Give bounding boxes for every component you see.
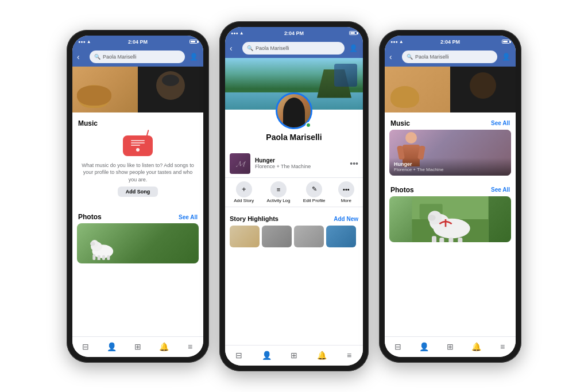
highlights-row <box>230 226 358 247</box>
search-icon-left: 🔍 <box>94 54 100 60</box>
cover-col-1 <box>72 67 138 112</box>
photo-preview-left <box>77 223 199 263</box>
music-see-all-right[interactable]: See All <box>491 120 510 126</box>
avatar-figure <box>283 98 305 127</box>
tab-profile-right[interactable]: 👤 <box>411 337 438 357</box>
search-bar-center[interactable]: 🔍 Paola Mariselli <box>242 42 345 55</box>
highlight-thumb-3[interactable] <box>294 226 324 247</box>
right-phone: ●●● ▲ 2:04 PM ‹ 🔍 Paola Mariselli 👤 <box>379 30 521 363</box>
edit-profile-button[interactable]: ✎ Edit Profile <box>303 181 326 204</box>
photo-preview-right <box>389 196 511 242</box>
edit-profile-icon: ✎ <box>306 181 322 197</box>
profile-section-center: Paola Mariselli <box>225 110 363 150</box>
tab-store-right[interactable]: ⊞ <box>437 337 463 357</box>
status-time-right: 2:04 PM <box>430 39 470 45</box>
add-story-label: Add Story <box>234 199 254 204</box>
activity-log-label: Activity Log <box>267 199 291 204</box>
search-bar-left[interactable]: 🔍 Paola Mariselli <box>90 51 185 63</box>
tab-menu-center[interactable]: ≡ <box>335 346 363 366</box>
status-left-center: ●●● ▲ <box>231 30 273 36</box>
activity-log-button[interactable]: ≡ Activity Log <box>267 181 291 204</box>
nav-bar-right: ‹ 🔍 Paola Mariselli 👤 <box>385 47 516 67</box>
wifi-icon-center: ▲ <box>239 30 244 36</box>
tab-bell-center[interactable]: 🔔 <box>308 346 335 366</box>
svg-point-18 <box>428 215 435 221</box>
signal-icon-right: ●●● <box>390 40 398 44</box>
radio-antenna <box>146 129 149 136</box>
goat-svg-right <box>389 196 511 242</box>
more-icon: ••• <box>338 181 354 197</box>
tab-store-left[interactable]: ⊞ <box>125 337 151 357</box>
music-card-info-right: Hunger Florence + The Machine <box>389 158 511 176</box>
tab-bell-right[interactable]: 🔔 <box>463 337 490 357</box>
highlight-thumb-2[interactable] <box>262 226 292 247</box>
music-more-icon[interactable]: ••• <box>350 159 358 168</box>
status-left: ●●● ▲ <box>78 39 118 44</box>
tab-home-center[interactable]: ⊟ <box>225 346 253 366</box>
goat-svg <box>85 231 125 260</box>
photos-header-left: Photos See All <box>72 208 203 223</box>
left-phone: ●●● ▲ 2:04 PM ‹ 🔍 Paola Mariselli 👤 <box>67 30 209 363</box>
tab-home-right[interactable]: ⊟ <box>385 337 411 357</box>
tab-home-left[interactable]: ⊟ <box>72 337 99 357</box>
nav-bar-center: ‹ 🔍 Paola Mariselli 👤 <box>225 38 363 58</box>
music-widget-center[interactable]: 𝓜 Hunger Florence + The Machine ••• <box>225 150 363 178</box>
center-phone: ●●● ▲ 2:04 PM ‹ 🔍 Paola Mariselli 👤 <box>219 21 369 371</box>
svg-rect-14 <box>432 236 436 242</box>
search-bar-right[interactable]: 🔍 Paola Mariselli <box>402 51 497 63</box>
back-button-left[interactable]: ‹ <box>77 52 86 61</box>
add-story-icon: + <box>236 181 252 197</box>
search-icon-center: 🔍 <box>247 45 253 51</box>
radio-icon <box>123 135 153 157</box>
online-indicator <box>305 122 311 128</box>
screen-content-right: Music See All <box>385 67 516 336</box>
more-button[interactable]: ••• More <box>338 181 354 204</box>
edit-profile-label: Edit Profile <box>303 199 326 204</box>
more-label: More <box>341 199 351 204</box>
cover-right-col2 <box>450 67 516 112</box>
svg-rect-4 <box>98 255 100 260</box>
search-text-center: Paola Mariselli <box>256 45 289 51</box>
status-bar-right: ●●● ▲ 2:04 PM <box>385 36 516 47</box>
highlights-section: Story Highlights Add New <box>225 211 363 251</box>
tab-profile-center[interactable]: 👤 <box>253 346 280 366</box>
status-right-center <box>315 31 357 35</box>
tab-menu-right[interactable]: ≡ <box>489 337 516 357</box>
photos-title-left: Photos <box>78 213 102 221</box>
highlight-thumb-4[interactable] <box>326 226 356 247</box>
music-thumbnail: 𝓜 <box>230 153 250 174</box>
highlights-add-button[interactable]: Add New <box>334 216 358 222</box>
wifi-icon: ▲ <box>87 39 91 44</box>
photo-img-right <box>389 196 511 242</box>
tab-menu-left[interactable]: ≡ <box>177 337 203 357</box>
activity-log-icon: ≡ <box>270 181 287 197</box>
photos-see-all-left[interactable]: See All <box>179 214 198 220</box>
music-section-left: Music <box>72 115 203 207</box>
add-song-button[interactable]: Add Song <box>118 187 158 197</box>
messenger-icon-left[interactable]: 👤 <box>188 53 199 61</box>
music-info: Hunger Florence + The Machine <box>255 157 345 169</box>
cover-col-2 <box>138 67 203 112</box>
battery-icon <box>189 40 198 44</box>
svg-rect-5 <box>102 255 105 260</box>
highlights-header: Story Highlights Add New <box>230 215 358 222</box>
cover-right-col1 <box>385 67 450 112</box>
music-card-right[interactable]: Hunger Florence + The Machine <box>389 130 511 176</box>
tab-profile-left[interactable]: 👤 <box>99 337 125 357</box>
music-section-right: Music See All <box>385 115 516 179</box>
messenger-icon-right[interactable]: 👤 <box>501 53 511 61</box>
tab-store-center[interactable]: ⊞ <box>280 346 308 366</box>
add-story-button[interactable]: + Add Story <box>234 181 254 204</box>
photos-title-right: Photos <box>390 186 414 194</box>
music-song-title: Hunger <box>255 157 345 164</box>
back-button-center[interactable]: ‹ <box>230 44 239 53</box>
messenger-icon-center[interactable]: 👤 <box>348 44 358 52</box>
search-text-right: Paola Mariselli <box>415 54 449 60</box>
tab-bell-left[interactable]: 🔔 <box>151 337 177 357</box>
wifi-icon-right: ▲ <box>399 39 404 44</box>
back-button-right[interactable]: ‹ <box>389 52 399 61</box>
highlight-thumb-1[interactable] <box>230 226 260 247</box>
photos-see-all-right[interactable]: See All <box>491 187 510 193</box>
photo-img-left <box>77 223 199 263</box>
battery-icon-center <box>349 31 357 35</box>
